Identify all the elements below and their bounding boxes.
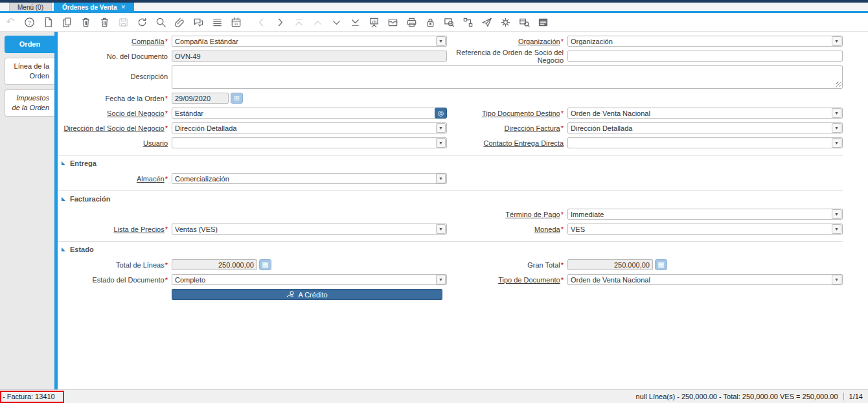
refresh-icon[interactable] [135,16,148,29]
calendar-icon[interactable]: 31 [229,16,242,29]
nav-left-icon[interactable] [255,16,268,29]
new-record-icon[interactable] [41,16,54,29]
chevron-down-icon[interactable]: ▼ [436,123,446,133]
almacen-select[interactable]: Comercialización ▼ [172,173,447,184]
section-facturacion: Facturación [58,190,843,204]
undo-icon[interactable]: ↶ [4,16,17,29]
field-label-dir-factura[interactable]: Dirección Factura [505,124,560,132]
field-label-contacto[interactable]: Contacto Entrega Directa [483,139,564,147]
field-label-termino-pago[interactable]: Término de Pago [505,211,560,218]
section-estado: Estado [58,241,843,255]
help-icon[interactable]: ? [23,16,36,29]
field-label-socio[interactable]: Socio del Negocio [107,109,165,117]
chevron-down-icon[interactable]: ▼ [832,209,841,219]
nav-right-icon[interactable] [273,16,286,29]
chevron-down-icon[interactable]: ▼ [832,123,841,133]
dir-factura-select[interactable]: Dirección Detallada ▼ [567,122,843,133]
tipo-documento-select[interactable]: Orden de Venta Nacional ▼ [567,274,843,285]
field-label-moneda[interactable]: Moneda [534,225,560,233]
required-asterisk: * [561,124,564,132]
field-label-tipo-documento[interactable]: Tipo de Documento [498,276,560,284]
grid-toggle-icon[interactable] [211,16,223,29]
referencia-input[interactable] [567,51,843,62]
find-icon[interactable] [154,16,167,29]
preferences-icon[interactable] [499,16,512,29]
lista-precios-select[interactable]: Ventas (VES) ▼ [172,224,447,235]
calculator-icon[interactable]: ▦ [655,259,667,270]
attachment-icon[interactable] [173,16,186,29]
chevron-down-icon[interactable]: ▼ [832,138,841,148]
chevron-down-icon[interactable]: ▼ [832,36,841,46]
lock-icon[interactable] [424,16,437,29]
send-icon[interactable] [480,16,493,29]
fecha-orden-input[interactable] [172,93,229,104]
organizacion-select[interactable]: Organización ▼ [567,36,843,47]
chevron-down-icon[interactable]: ▼ [436,36,446,46]
chat-icon[interactable] [192,16,205,29]
chevron-down-icon[interactable]: ▼ [832,224,841,234]
tab-impuestos-de-la-orden[interactable]: Impuestos de la Orden [5,89,54,117]
chevron-down-icon[interactable]: ▼ [436,224,446,234]
print-icon[interactable] [405,16,418,29]
contacto-select[interactable]: ▼ [567,137,843,148]
usuario-select[interactable]: ▼ [172,137,447,148]
record-pager: 1/14 [849,393,863,400]
prev-record-icon[interactable] [311,16,324,29]
form-row: Almacén* Comercialización ▼ [58,173,843,184]
tab-menu[interactable]: Menú (0) [9,3,52,11]
calculator-icon[interactable]: ▦ [259,259,271,270]
chevron-down-icon[interactable]: ▼ [832,275,841,284]
collapse-triangle-icon[interactable] [62,161,65,165]
first-record-icon[interactable] [292,16,305,29]
field-label-almacen[interactable]: Almacén [137,175,165,183]
field-label-tipo-doc-destino[interactable]: Tipo Documento Destino [482,109,560,117]
tipo-doc-destino-select[interactable]: Orden de Venta Nacional ▼ [567,108,843,119]
last-record-icon[interactable] [348,16,361,29]
collapse-triangle-icon[interactable] [62,197,65,201]
workflow-icon[interactable] [461,16,474,29]
tipo-documento-value: Orden de Venta Nacional [568,276,831,284]
collapse-triangle-icon[interactable] [62,248,65,251]
close-tab-icon[interactable]: ✕ [121,4,126,10]
chevron-down-icon[interactable]: ▼ [436,138,446,148]
dir-socio-select[interactable]: Dirección Detallada ▼ [172,122,447,133]
tab-ordenes-de-venta[interactable]: Órdenes de Venta ✕ [54,3,134,11]
toolbar: ↶ ? 31 [0,13,868,32]
zoom-across-icon[interactable] [442,16,455,29]
dir-factura-value: Dirección Detallada [568,124,831,132]
chevron-down-icon[interactable]: ▼ [832,108,841,118]
next-record-icon[interactable] [330,16,343,29]
a-credito-button[interactable]: A Crédito [172,289,442,300]
tab-orden[interactable]: Orden [5,36,54,53]
termino-pago-select[interactable]: Immediate ▼ [567,209,843,220]
chevron-down-icon[interactable]: ▼ [436,174,446,183]
moneda-select[interactable]: VES ▼ [567,224,843,235]
calendar-picker-icon[interactable]: ⊞ [231,93,243,104]
descripcion-textarea[interactable] [172,65,843,89]
report-icon[interactable] [367,16,380,29]
delete-record-icon[interactable] [79,16,92,29]
no-documento-input[interactable] [172,51,447,62]
order-form: Compañía* Compañía Estándar ▼ Organizaci… [58,32,868,389]
chevron-down-icon[interactable]: ▼ [436,275,446,284]
total-lineas-input[interactable] [172,259,257,270]
svg-text:31: 31 [234,22,238,26]
required-asterisk: * [561,225,564,233]
archive-icon[interactable] [386,16,399,29]
compania-select[interactable]: Compañía Estándar ▼ [172,36,447,47]
product-info-icon[interactable] [518,16,531,29]
copy-record-icon[interactable] [60,16,73,29]
gran-total-input[interactable] [567,259,653,270]
estado-doc-select[interactable]: Completo ▼ [172,274,447,285]
field-label-compania[interactable]: Compañía [131,38,165,45]
save-icon[interactable] [117,16,130,29]
field-label-organizacion[interactable]: Organización [518,38,560,45]
tab-linea-de-la-orden[interactable]: Línea de la Orden [5,58,54,85]
quick-form-icon[interactable] [536,16,549,29]
field-label-dir-socio[interactable]: Dirección del Socio del Negocio [63,124,164,132]
business-partner-info-icon[interactable]: ◎ [435,108,447,119]
field-label-usuario[interactable]: Usuario [143,139,168,147]
socio-input[interactable] [172,108,447,119]
delete-selection-icon[interactable] [98,16,111,29]
field-label-lista-precios[interactable]: Lista de Precios [113,225,164,233]
